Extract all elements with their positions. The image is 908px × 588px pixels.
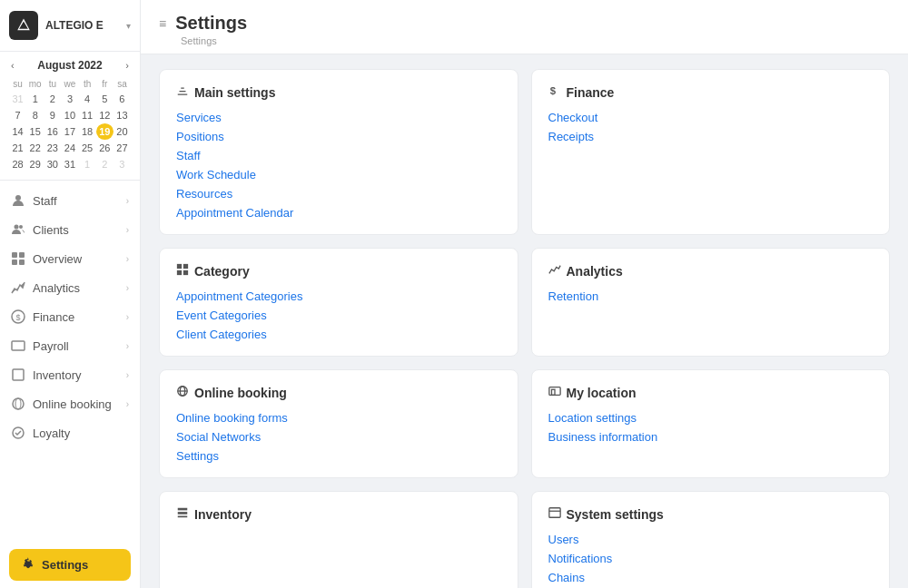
logo-icon [9,11,38,40]
calendar-day[interactable]: 8 [26,107,44,123]
card-finance: $FinanceCheckoutReceipts [531,69,891,235]
calendar: ‹ August 2022 › su mo tu we th fr sa 311… [0,52,140,181]
svg-text:$: $ [549,85,556,96]
svg-rect-23 [551,389,555,395]
calendar-day[interactable]: 31 [9,91,26,107]
finance-icon: $ [11,309,25,324]
card-link-retention[interactable]: Retention [548,289,873,303]
card-icon-inventory [176,506,189,522]
calendar-day[interactable]: 2 [44,91,61,107]
card-icon-main-settings [176,84,189,100]
svg-rect-26 [178,516,188,518]
calendar-day[interactable]: 1 [26,91,44,107]
card-title-online-booking: Online booking [176,385,501,400]
card-link-settings[interactable]: Settings [176,449,501,463]
sidebar-item-analytics[interactable]: Analytics › [0,273,140,302]
card-link-receipts[interactable]: Receipts [548,130,873,143]
card-icon-my-location [548,385,561,400]
card-title-main-settings: Main settings [176,84,501,100]
calendar-day[interactable]: 18 [79,123,96,140]
card-title-text-analytics: Analytics [567,264,623,279]
card-link-services[interactable]: Services [176,111,501,124]
calendar-day[interactable]: 11 [79,107,96,123]
app-name: ALTEGIO E [45,19,119,32]
card-link-location-settings[interactable]: Location settings [548,411,873,425]
calendar-day[interactable]: 30 [44,156,61,172]
calendar-day[interactable]: 24 [61,140,78,156]
calendar-day[interactable]: 3 [114,156,131,172]
calendar-day[interactable]: 20 [114,123,131,140]
sidebar-item-loyalty[interactable]: Loyalty [0,418,140,447]
card-link-appointment-calendar[interactable]: Appointment Calendar [176,206,501,220]
card-link-positions[interactable]: Positions [176,130,501,143]
sidebar-item-inventory[interactable]: Inventory › [0,360,140,389]
card-link-online-booking-forms[interactable]: Online booking forms [176,411,501,425]
overview-chevron-icon: › [126,254,129,264]
calendar-day[interactable]: 12 [96,107,114,123]
card-my-location: My locationLocation settingsBusiness inf… [531,369,891,478]
svg-point-0 [15,195,21,201]
calendar-day[interactable]: 1 [79,156,96,172]
card-title-my-location: My location [548,385,873,400]
calendar-day[interactable]: 23 [44,140,61,156]
card-link-resources[interactable]: Resources [176,187,501,201]
hamburger-icon[interactable]: ≡ [159,16,166,31]
calendar-day[interactable]: 9 [44,107,61,123]
calendar-day[interactable]: 21 [9,140,26,156]
sidebar-item-online-booking[interactable]: Online booking › [0,389,140,418]
calendar-day[interactable]: 13 [114,107,131,123]
next-month-button[interactable]: › [123,60,131,71]
calendar-day[interactable]: 31 [61,156,78,172]
card-link-users[interactable]: Users [548,533,873,546]
svg-point-1 [15,225,19,230]
calendar-day[interactable]: 7 [9,107,26,123]
sidebar-item-payroll-label: Payroll [33,339,119,353]
calendar-day[interactable]: 22 [26,140,44,156]
settings-gear-icon [22,557,35,573]
calendar-day[interactable]: 27 [114,140,131,156]
calendar-day[interactable]: 29 [26,156,44,172]
calendar-day[interactable]: 15 [26,123,44,140]
card-link-client-categories[interactable]: Client Categories [176,328,501,341]
calendar-day[interactable]: 26 [96,140,114,156]
calendar-day[interactable]: 16 [44,123,61,140]
sidebar-item-staff[interactable]: Staff › [0,186,140,215]
online-booking-icon [11,397,25,411]
card-link-chains[interactable]: Chains [548,571,873,584]
calendar-day[interactable]: 14 [9,123,26,140]
sidebar-item-clients[interactable]: Clients › [0,215,140,244]
svg-rect-3 [12,252,17,258]
card-link-appointment-categories[interactable]: Appointment Categories [176,289,501,303]
calendar-day[interactable]: 25 [79,140,96,156]
cal-dow-th: th [79,77,96,91]
card-link-checkout[interactable]: Checkout [548,111,873,124]
calendar-day[interactable]: 10 [61,107,78,123]
calendar-day[interactable]: 28 [9,156,26,172]
inventory-icon [11,368,25,382]
calendar-day[interactable]: 19 [96,123,114,140]
prev-month-button[interactable]: ‹ [9,60,16,71]
calendar-day[interactable]: 5 [96,91,114,107]
staff-chevron-icon: › [126,196,129,206]
card-main-settings: Main settingsServicesPositionsStaffWork … [159,69,518,235]
sidebar-header[interactable]: ALTEGIO E ▾ [0,0,140,52]
calendar-day[interactable]: 4 [79,91,96,107]
settings-button[interactable]: Settings [9,549,131,581]
card-link-business-information[interactable]: Business information [548,430,873,444]
card-link-notifications[interactable]: Notifications [548,552,873,565]
calendar-day[interactable]: 2 [96,156,114,172]
card-title-finance: $Finance [548,84,873,100]
calendar-day[interactable]: 6 [114,91,131,107]
cal-dow-sa: sa [114,77,131,91]
card-link-social-networks[interactable]: Social Networks [176,430,501,444]
page-title: Settings [175,13,247,34]
sidebar-item-finance[interactable]: $ Finance › [0,302,140,331]
card-link-event-categories[interactable]: Event Categories [176,309,501,322]
sidebar-item-payroll[interactable]: Payroll › [0,331,140,360]
card-link-staff[interactable]: Staff [176,149,501,162]
calendar-day[interactable]: 17 [61,123,78,140]
calendar-day[interactable]: 3 [61,91,78,107]
card-link-work-schedule[interactable]: Work Schedule [176,168,501,181]
svg-rect-18 [183,270,188,275]
sidebar-item-overview[interactable]: Overview › [0,244,140,273]
